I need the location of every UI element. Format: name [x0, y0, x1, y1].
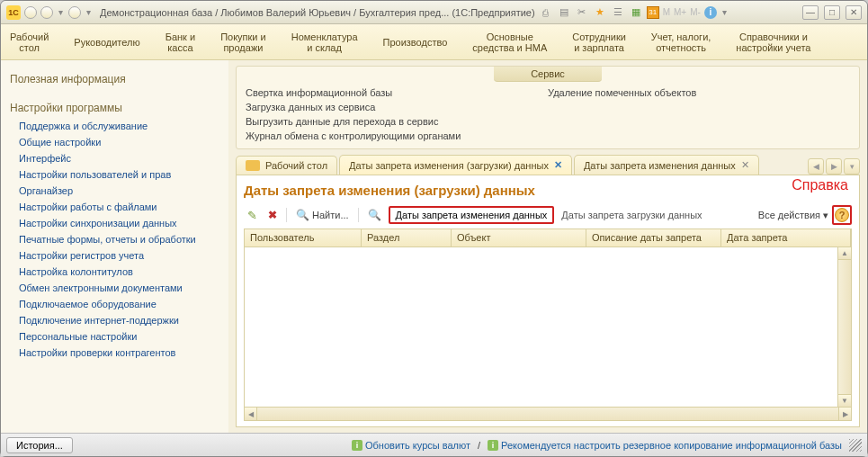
dates-change-button[interactable]: Даты запрета изменения данных — [389, 206, 555, 224]
tab-close-icon[interactable]: ✕ — [741, 159, 749, 171]
list-icon[interactable]: ☰ — [611, 5, 625, 20]
clip-icon[interactable]: ✂ — [575, 5, 589, 20]
nav-fwd-icon[interactable] — [40, 6, 53, 19]
dropdown-icon[interactable]: ▾ — [720, 7, 729, 17]
calendar-icon[interactable]: 31 — [647, 6, 659, 19]
service-link[interactable]: Удаление помеченных объектов — [548, 85, 850, 100]
edit-button[interactable]: ✎ — [244, 207, 261, 224]
sidebar-link[interactable]: Настройки работы с файлами — [6, 199, 223, 215]
sidebar-link[interactable]: Настройки пользователей и прав — [6, 166, 223, 183]
nav-bank[interactable]: Банк и касса — [166, 31, 195, 53]
scroll-left-button[interactable]: ◀ — [245, 408, 257, 420]
nav-manager[interactable]: Руководителю — [74, 37, 139, 48]
service-tab[interactable]: Сервис — [494, 67, 602, 82]
nav-sales[interactable]: Покупки и продажи — [220, 31, 266, 53]
nav-back-icon[interactable] — [24, 6, 37, 19]
service-link[interactable]: Загрузка данных из сервиса — [246, 100, 548, 114]
service-link[interactable]: Свертка информационной базы — [246, 85, 548, 100]
calc-icon[interactable]: ▦ — [629, 5, 643, 20]
sidebar-link[interactable]: Органайзер — [6, 183, 223, 199]
nav-star-icon[interactable] — [68, 6, 81, 19]
table-header: Пользователь Раздел Объект Описание даты… — [245, 229, 851, 247]
col-date[interactable]: Дата запрета — [721, 229, 851, 246]
sidebar-link[interactable]: Общие настройки — [6, 134, 223, 150]
nav-production[interactable]: Производство — [383, 37, 448, 48]
tab-label: Даты запрета изменения (загрузки) данных — [349, 160, 549, 171]
nav-assets[interactable]: Основные средства и НМА — [472, 31, 547, 53]
service-link[interactable]: Выгрузить данные для перехода в сервис — [246, 114, 548, 129]
col-object[interactable]: Объект — [452, 229, 586, 246]
nav-settings[interactable]: Справочники и настройки учета — [736, 31, 810, 53]
statusbar: История... iОбновить курсы валют / iРеко… — [1, 433, 867, 456]
sidebar-header-info: Полезная информация — [6, 67, 223, 89]
sidebar-link[interactable]: Подключаемое оборудование — [6, 296, 223, 312]
sidebar-link[interactable]: Настройки проверки контрагентов — [6, 345, 223, 361]
col-desc[interactable]: Описание даты запрета — [586, 229, 721, 246]
all-actions-dropdown[interactable]: Все действия▾ — [758, 210, 828, 221]
tab-dates-change[interactable]: Даты запрета изменения данных ✕ — [574, 155, 759, 175]
nav-desktop[interactable]: Рабочий стол — [10, 31, 49, 53]
page-title: Даты запрета изменения (загрузки) данных — [244, 181, 852, 205]
info-icon: i — [352, 440, 362, 451]
info-icon[interactable]: i — [704, 6, 717, 19]
tabs-prev-button[interactable]: ◀ — [808, 158, 824, 175]
top-navigation: Рабочий стол Руководителю Банк и касса П… — [1, 24, 867, 60]
tab-close-icon[interactable]: ✕ — [554, 159, 562, 171]
horizontal-scrollbar[interactable]: ◀ ▶ — [245, 407, 851, 420]
sidebar-link[interactable]: Поддержка и обслуживание — [6, 118, 223, 134]
help-button[interactable]: ? — [832, 205, 852, 225]
sidebar-link[interactable]: Настройки регистров учета — [6, 247, 223, 264]
favorite-icon[interactable]: ★ — [593, 5, 607, 20]
doc-icon[interactable]: ▤ — [557, 5, 571, 20]
nav-taxes[interactable]: Учет, налоги, отчетность — [651, 31, 711, 53]
sidebar-link[interactable]: Настройки синхронизации данных — [6, 215, 223, 231]
status-link-backup[interactable]: iРекомендуется настроить резервное копир… — [488, 440, 842, 451]
m-plus-icon[interactable]: M+ — [674, 7, 686, 17]
close-button[interactable]: ✕ — [846, 5, 862, 20]
m-minus-icon[interactable]: M- — [690, 7, 701, 17]
scroll-down-button[interactable]: ▼ — [838, 394, 851, 407]
sidebar-link[interactable]: Обмен электронными документами — [6, 280, 223, 296]
table-body[interactable] — [245, 247, 837, 407]
print-icon[interactable]: ⎙ — [539, 5, 553, 20]
dates-load-button[interactable]: Даты запрета загрузки данных — [558, 208, 705, 222]
dropdown-icon[interactable]: ▾ — [85, 7, 93, 17]
service-link[interactable]: Журнал обмена с контролирующими органами — [246, 129, 548, 143]
sidebar-link[interactable]: Подключение интернет-поддержки — [6, 312, 223, 328]
status-link-rates[interactable]: iОбновить курсы валют — [352, 440, 470, 451]
chevron-down-icon: ▾ — [823, 210, 828, 221]
vertical-scrollbar[interactable]: ▲ ▼ — [837, 247, 851, 407]
tab-desktop[interactable]: Рабочий стол — [236, 156, 337, 175]
titlebar: 1C ▾ ▾ Демонстрационная база / Любимов В… — [1, 1, 867, 24]
home-icon — [246, 160, 260, 171]
minimize-button[interactable]: — — [802, 5, 819, 20]
maximize-button[interactable]: □ — [824, 5, 840, 20]
tabs-list-button[interactable]: ▾ — [844, 158, 860, 175]
separator — [358, 208, 359, 222]
m-icon[interactable]: M — [663, 7, 670, 17]
nav-hr[interactable]: Сотрудники и зарплата — [572, 31, 626, 53]
tabs-next-button[interactable]: ▶ — [826, 158, 842, 175]
window-title: Демонстрационная база / Любимов Валерий … — [100, 7, 535, 18]
nav-stock[interactable]: Номенклатура и склад — [291, 31, 358, 53]
find-label: Найти... — [312, 210, 349, 220]
scroll-up-button[interactable]: ▲ — [838, 247, 851, 260]
sidebar-link[interactable]: Персональные настройки — [6, 328, 223, 345]
col-user[interactable]: Пользователь — [245, 229, 362, 246]
sidebar: Полезная информация Настройки программы … — [1, 60, 228, 433]
sidebar-link[interactable]: Интерфейс — [6, 150, 223, 166]
delete-button[interactable]: ✖ — [264, 207, 281, 223]
resize-grip-icon[interactable] — [849, 439, 862, 452]
dropdown-icon[interactable]: ▾ — [57, 7, 65, 17]
sidebar-link[interactable]: Печатные формы, отчеты и обработки — [6, 231, 223, 247]
sidebar-link[interactable]: Настройка колонтитулов — [6, 264, 223, 280]
tab-dates-load[interactable]: Даты запрета изменения (загрузки) данных… — [339, 155, 572, 175]
help-icon: ? — [835, 208, 849, 222]
content-pane: Справка Даты запрета изменения (загрузки… — [236, 175, 860, 427]
toolbar: ✎ ✖ 🔍Найти... 🔍 Даты запрета изменения д… — [244, 205, 852, 225]
clear-find-button[interactable]: 🔍 — [364, 207, 385, 223]
col-section[interactable]: Раздел — [362, 229, 452, 246]
find-button[interactable]: 🔍Найти... — [292, 207, 353, 223]
history-button[interactable]: История... — [6, 437, 73, 453]
scroll-right-button[interactable]: ▶ — [838, 408, 851, 420]
